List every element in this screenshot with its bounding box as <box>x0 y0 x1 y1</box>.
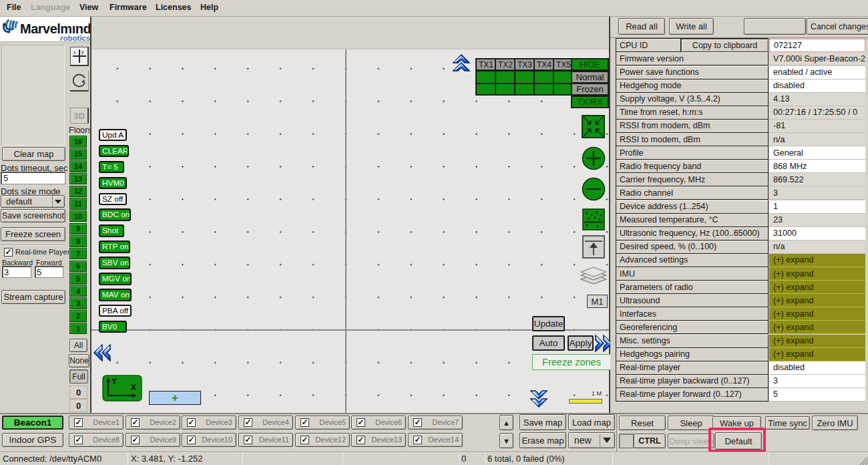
svg-text:X: X <box>131 383 136 392</box>
svg-text:Y: Y <box>112 377 117 386</box>
svg-text:x: x <box>73 50 76 55</box>
svg-text:y: y <box>81 49 84 55</box>
